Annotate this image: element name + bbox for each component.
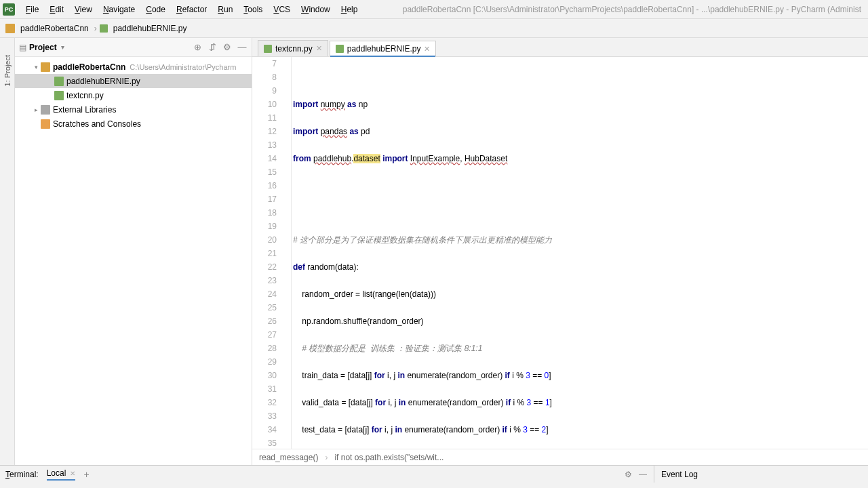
menu-run[interactable]: Run — [212, 2, 238, 17]
folder-icon — [5, 24, 15, 33]
breadcrumb-root[interactable]: paddleRobertaCnn — [18, 24, 92, 33]
tree-file-label: paddlehubERNIE.py — [66, 77, 140, 86]
menu-navigate[interactable]: Navigate — [98, 2, 140, 17]
menu-refactor[interactable]: Refactor — [171, 2, 212, 17]
line-gutter: 7891011121314151617181920212223242526272… — [252, 57, 283, 449]
menu-tools[interactable]: Tools — [238, 2, 268, 17]
nav-statement[interactable]: if not os.path.exists("sets/wit... — [334, 453, 443, 462]
library-icon — [41, 105, 50, 115]
collapse-icon[interactable]: ⇵ — [207, 42, 218, 53]
python-file-icon — [100, 24, 108, 33]
menu-file[interactable]: File — [20, 2, 44, 17]
python-file-icon — [336, 45, 344, 53]
menu-edit[interactable]: Edit — [44, 2, 69, 17]
terminal-tabs: Terminal: Local✕ + — [0, 466, 625, 483]
menubar: PC FileEditViewNavigateCodeRefactorRunTo… — [0, 0, 868, 19]
editor-area: textcnn.py ✕ paddlehubERNIE.py ✕ 7891011… — [252, 38, 868, 465]
event-log-button[interactable]: Event Log — [654, 466, 868, 483]
tool-project-tab[interactable]: 1: Project — [3, 52, 12, 89]
breadcrumb-file[interactable]: paddlehubERNIE.py — [111, 24, 190, 33]
python-file-icon — [54, 77, 64, 86]
tab-label: paddlehubERNIE.py — [347, 44, 421, 54]
close-icon[interactable]: ✕ — [424, 45, 430, 54]
tree-ext-lib-label: External Libraries — [53, 105, 116, 115]
breadcrumb: paddleRobertaCnn › paddlehubERNIE.py — [0, 19, 868, 38]
code-editor[interactable]: 7891011121314151617181920212223242526272… — [252, 57, 868, 449]
tree-root[interactable]: ▾ paddleRobertaCnn C:\Users\Administrato… — [15, 60, 252, 74]
gear-icon[interactable]: ⚙ — [222, 42, 233, 53]
tab-ernie[interactable]: paddlehubERNIE.py ✕ — [330, 41, 437, 57]
tree-scratch-label: Scratches and Consoles — [53, 119, 141, 129]
project-panel-title[interactable]: Project — [29, 43, 57, 52]
left-toolwindow-rail: 1: Project — [0, 38, 15, 465]
plus-icon[interactable]: + — [83, 469, 89, 480]
fold-gutter[interactable] — [283, 57, 292, 449]
folder-icon — [41, 62, 50, 72]
project-panel-header: ▤ Project ▾ ⊕ ⇵ ⚙ — — [15, 38, 252, 57]
hide-icon[interactable]: — — [237, 42, 248, 53]
scratch-icon — [41, 119, 50, 129]
tree-external-libs[interactable]: ▸ External Libraries — [15, 102, 252, 117]
editor-tabs: textcnn.py ✕ paddlehubERNIE.py ✕ — [252, 38, 868, 57]
project-scope-icon: ▤ — [19, 43, 26, 52]
tree-expand-icon[interactable]: ▸ — [31, 106, 41, 113]
close-icon[interactable]: ✕ — [70, 470, 75, 477]
tree-root-path: C:\Users\Administrator\Pycharm — [130, 63, 236, 71]
project-panel: ▤ Project ▾ ⊕ ⇵ ⚙ — ▾ paddleRobertaCnn C… — [15, 38, 252, 465]
tree-root-label: paddleRobertaCnn — [53, 62, 125, 72]
close-icon[interactable]: ✕ — [316, 44, 322, 53]
nav-function[interactable]: read_message() — [259, 453, 318, 462]
menu-vcs[interactable]: VCS — [268, 2, 296, 17]
tab-label: textcnn.py — [275, 44, 313, 54]
chevron-right-icon: › — [94, 24, 97, 33]
status-bar: Terminal: Local✕ + ⚙ — Event Log — [0, 465, 868, 483]
locate-icon[interactable]: ⊕ — [192, 42, 203, 53]
event-log-label: Event Log — [661, 470, 698, 479]
code-lines[interactable]: import numpy as np import pandas as pd f… — [292, 57, 868, 449]
chevron-down-icon[interactable]: ▾ — [61, 43, 64, 51]
python-file-icon — [264, 45, 272, 53]
tab-textcnn[interactable]: textcnn.py ✕ — [258, 40, 328, 56]
minimize-icon[interactable]: — — [639, 470, 647, 479]
tree-file-label: textcnn.py — [66, 91, 104, 100]
tree-collapse-icon[interactable]: ▾ — [31, 64, 41, 70]
tree-file-textcnn[interactable]: textcnn.py — [15, 88, 252, 102]
tree-scratches[interactable]: Scratches and Consoles — [15, 117, 252, 131]
python-file-icon — [54, 91, 64, 100]
tree-file-ernie[interactable]: paddlehubERNIE.py — [15, 74, 252, 88]
status-icons: ⚙ — — [625, 466, 654, 483]
gear-icon[interactable]: ⚙ — [625, 470, 632, 479]
window-title: paddleRobertaCnn [C:\Users\Administrator… — [403, 5, 868, 14]
menu-view[interactable]: View — [69, 2, 98, 17]
bottom-breadcrumb: read_message() › if not os.path.exists("… — [252, 449, 868, 465]
app-icon: PC — [3, 3, 15, 16]
terminal-label[interactable]: Terminal: — [5, 470, 39, 479]
menu-code[interactable]: Code — [140, 2, 171, 17]
project-tree: ▾ paddleRobertaCnn C:\Users\Administrato… — [15, 57, 252, 465]
menu-help[interactable]: Help — [336, 2, 363, 17]
menu-window[interactable]: Window — [296, 2, 336, 17]
chevron-right-icon: › — [325, 453, 328, 462]
terminal-local-tab[interactable]: Local✕ — [47, 468, 76, 481]
